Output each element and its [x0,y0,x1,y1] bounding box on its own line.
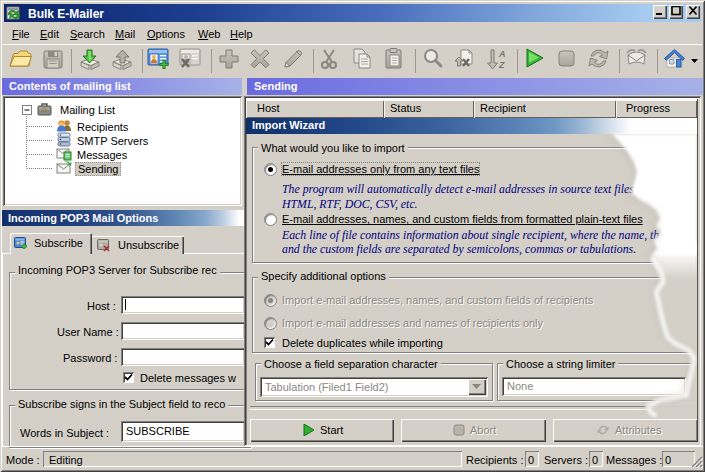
svg-text:Z: Z [498,60,505,70]
svg-text:A: A [498,49,506,59]
